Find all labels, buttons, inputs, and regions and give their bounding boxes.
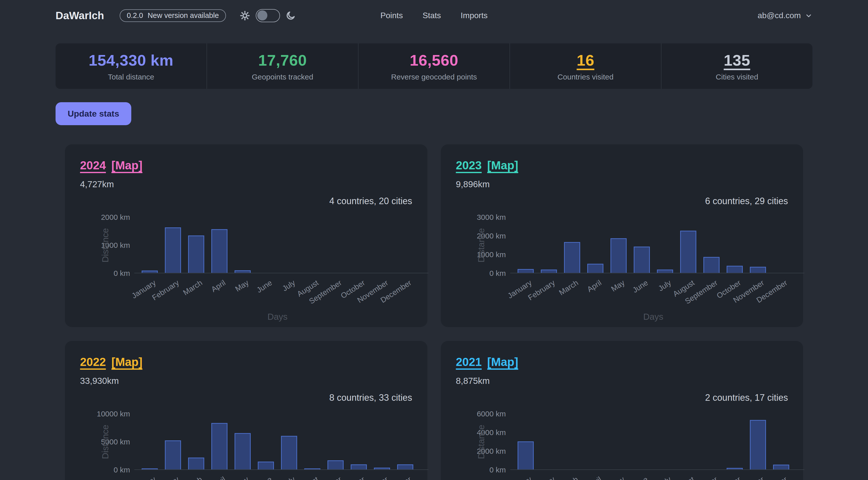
bar-october — [726, 468, 743, 470]
stat-total-distance: 154,330 km Total distance — [56, 43, 207, 89]
x-tick-label: June — [631, 475, 649, 480]
stat-label: Reverse geocoded points — [391, 73, 477, 81]
x-tick-label: May — [610, 475, 626, 480]
bar-november — [750, 267, 766, 273]
x-tick-label: October — [339, 475, 366, 480]
card-title: 2024 [Map] — [80, 159, 412, 172]
x-tick-label: July — [657, 278, 673, 293]
x-tick-label: July — [281, 475, 297, 480]
card-title: 2023 [Map] — [456, 159, 788, 172]
x-tick-label: April — [586, 475, 603, 480]
x-tick-label: January — [130, 475, 157, 480]
year-summary: 6 countries, 29 cities — [456, 196, 788, 206]
year-card-2023: 2023 [Map] 9,896km 6 countries, 29 citie… — [441, 145, 803, 327]
plot-area: JanuaryFebruaryMarchAprilMayJuneJulyAugu… — [510, 217, 804, 273]
stat-value: 17,760 — [258, 51, 307, 69]
nav-item-stats[interactable]: Stats — [423, 11, 441, 20]
year-distance: 33,930km — [80, 376, 412, 386]
chevron-down-icon — [805, 12, 812, 20]
distance-bar-chart-2023: JanuaryFebruaryMarchAprilMayJuneJulyAugu… — [456, 209, 788, 315]
version-message: New version available — [148, 11, 219, 20]
year-link-2022[interactable]: 2022 — [80, 355, 106, 369]
map-link-2023[interactable]: [Map] — [487, 159, 518, 172]
stat-countries-visited: 16 Countries visited — [509, 43, 661, 89]
version-badge[interactable]: 0.2.0 New version available — [120, 9, 226, 22]
nav-item-imports[interactable]: Imports — [461, 11, 488, 20]
stat-geopoints-tracked: 17,760 Geopoints tracked — [207, 43, 358, 89]
x-tick-label: March — [182, 475, 204, 480]
plot-area: JanuaryFebruaryMarchAprilMayJuneJulyAugu… — [510, 414, 804, 470]
stat-label: Total distance — [108, 73, 154, 81]
year-link-2021[interactable]: 2021 — [456, 355, 482, 369]
theme-controls — [240, 9, 296, 22]
bar-may — [235, 270, 251, 273]
bar-january — [518, 269, 534, 273]
year-link-2024[interactable]: 2024 — [80, 159, 106, 172]
cities-visited-link[interactable]: 135 — [724, 51, 750, 69]
bar-february — [541, 269, 557, 273]
update-stats-button[interactable]: Update stats — [56, 102, 131, 125]
x-tick-label: August — [296, 475, 320, 480]
plot-area: JanuaryFebruaryMarchAprilMayJuneJulyAugu… — [134, 217, 429, 273]
user-email: ab@cd.com — [758, 11, 801, 20]
card-title: 2022 [Map] — [80, 355, 412, 369]
x-tick-label: March — [557, 475, 580, 480]
x-tick-label: January — [506, 475, 533, 480]
map-link-2021[interactable]: [Map] — [487, 355, 518, 369]
map-link-2022[interactable]: [Map] — [111, 355, 143, 369]
card-title: 2021 [Map] — [456, 355, 788, 369]
bar-august — [680, 231, 696, 273]
x-tick-label: May — [610, 278, 626, 293]
year-distance: 8,875km — [456, 376, 788, 386]
year-distance: 9,896km — [456, 179, 788, 189]
moon-icon — [285, 10, 296, 21]
y-tick-label: 2000 km — [80, 213, 130, 222]
bar-july — [657, 269, 673, 273]
bar-january — [142, 469, 158, 470]
x-tick-label: March — [182, 278, 204, 297]
x-tick-label: March — [557, 278, 580, 297]
bar-december — [773, 465, 789, 470]
year-summary: 2 countries, 17 cities — [456, 392, 788, 403]
bar-june — [634, 247, 650, 273]
bar-november — [750, 420, 766, 470]
x-tick-label: June — [255, 475, 273, 480]
stat-label: Geopoints tracked — [252, 73, 313, 81]
bar-march — [188, 457, 204, 470]
bar-september — [328, 460, 344, 470]
x-tick-label: July — [657, 475, 673, 480]
stat-cities-visited: 135 Cities visited — [661, 43, 812, 89]
theme-toggle[interactable] — [256, 9, 280, 22]
map-link-2024[interactable]: [Map] — [111, 159, 143, 172]
year-cards-grid: 2024 [Map] 4,727km 4 countries, 20 citie… — [65, 145, 803, 480]
distance-bar-chart-2021: JanuaryFebruaryMarchAprilMayJuneJulyAugu… — [456, 405, 788, 480]
x-axis-title: Days — [643, 312, 663, 322]
x-tick-label: May — [234, 475, 250, 480]
stats-summary-bar: 154,330 km Total distance 17,760 Geopoin… — [56, 43, 812, 89]
bar-january — [518, 441, 534, 470]
distance-bar-chart-2022: JanuaryFebruaryMarchAprilMayJuneJulyAugu… — [80, 405, 412, 480]
bar-march — [564, 242, 580, 273]
x-tick-label: April — [210, 278, 227, 294]
y-tick-label: 6000 km — [456, 410, 506, 418]
bar-july — [281, 436, 297, 470]
bar-november — [374, 468, 390, 470]
stat-label: Cities visited — [716, 73, 758, 81]
y-axis-title: Distance — [476, 228, 486, 262]
y-tick-label: 0 km — [456, 466, 506, 474]
y-tick-label: 0 km — [456, 269, 506, 278]
theme-toggle-knob — [257, 10, 267, 21]
year-card-2024: 2024 [Map] 4,727km 4 countries, 20 citie… — [65, 145, 428, 327]
y-tick-label: 10000 km — [80, 410, 130, 418]
user-menu[interactable]: ab@cd.com — [758, 11, 812, 20]
x-tick-label: April — [210, 475, 227, 480]
y-tick-label: 0 km — [80, 466, 130, 474]
bar-february — [165, 440, 181, 470]
countries-visited-link[interactable]: 16 — [577, 51, 594, 69]
x-tick-label: April — [586, 278, 603, 294]
year-link-2023[interactable]: 2023 — [456, 159, 482, 172]
nav-item-points[interactable]: Points — [380, 11, 403, 20]
y-tick-label: 0 km — [80, 269, 130, 278]
bar-april — [211, 423, 227, 470]
bar-march — [188, 235, 204, 273]
